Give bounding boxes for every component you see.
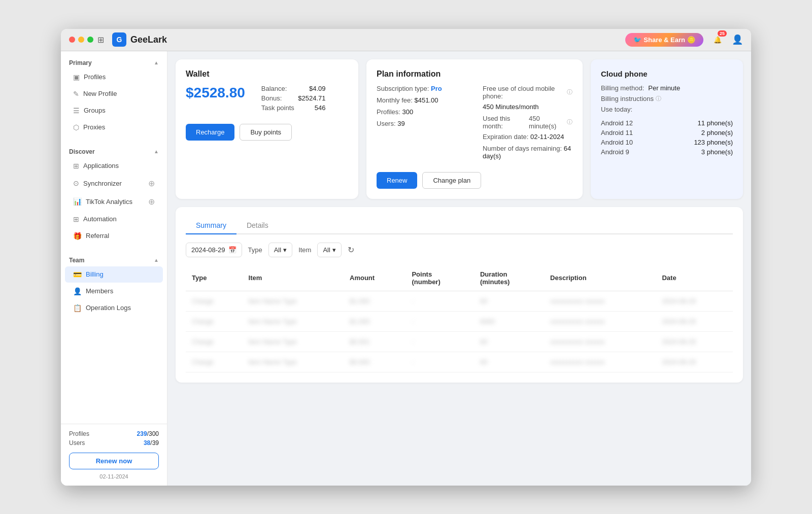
item-chevron-icon: ▾ (332, 246, 336, 254)
tiktok-analytics-icon: 📊 (73, 197, 82, 205)
close-button[interactable] (69, 37, 75, 43)
free-cloud-row: Free use of cloud mobile phone: ⓘ (483, 85, 572, 100)
user-avatar-icon[interactable]: 👤 (732, 34, 743, 45)
billing-section: Summary Details 2024-08-29 📅 Type All ▾ … (176, 207, 743, 383)
wallet-actions: Recharge Buy points (186, 124, 348, 141)
main-window: ⊞ G GeeLark 🐦 Share & Earn 🪙 🔔 25 👤 Prim… (61, 29, 751, 486)
sidebar-team-header[interactable]: Team ▲ (61, 253, 167, 266)
notification-button[interactable]: 🔔 25 (709, 31, 726, 48)
sidebar-discover-header[interactable]: Discover ▲ (61, 144, 167, 157)
plan-body: Subscription type: Pro Monthly fee: $451… (377, 85, 572, 164)
monthly-fee-row: Monthly fee: $451.00 (377, 96, 466, 104)
new-profile-icon: ✎ (73, 90, 79, 98)
sidebar-item-tiktok-analytics[interactable]: 📊 TikTok Analytics ⊕ (65, 193, 163, 211)
sidebar-item-synchronizer[interactable]: ⊙ Synchronizer ⊕ (65, 175, 163, 192)
sidebar: Primary ▲ ▣ Profiles ✎ New Profile ☰ Gro… (61, 51, 167, 486)
tab-details[interactable]: Details (236, 217, 279, 234)
table-row: Charge Item Name Type $1.000 - 6000 xxxx… (186, 311, 733, 331)
sync-status-icon: ⊕ (148, 179, 155, 188)
sub-type-row: Subscription type: Pro (377, 85, 466, 92)
sidebar-item-operation-logs[interactable]: 📋 Operation Logs (65, 300, 163, 316)
col-points: Points(number) (405, 265, 474, 291)
operation-logs-icon: 📋 (73, 304, 82, 312)
billing-table: Type Item Amount Points(number) Duration… (186, 265, 733, 372)
referral-icon: 🎁 (73, 232, 82, 240)
plan-actions: Renew Change plan (377, 172, 572, 189)
titlebar: ⊞ G GeeLark 🐦 Share & Earn 🪙 🔔 25 👤 (61, 29, 751, 51)
change-plan-button[interactable]: Change plan (422, 172, 481, 189)
sidebar-item-profiles[interactable]: ▣ Profiles (65, 69, 163, 85)
applications-icon: ⊞ (73, 162, 79, 170)
renew-now-button[interactable]: Renew now (69, 453, 159, 469)
sidebar-item-groups[interactable]: ☰ Groups (65, 102, 163, 119)
renew-plan-button[interactable]: Renew (377, 172, 417, 189)
minimize-button[interactable] (78, 37, 84, 43)
recharge-button[interactable]: Recharge (186, 124, 234, 141)
main-layout: Primary ▲ ▣ Profiles ✎ New Profile ☰ Gro… (61, 51, 751, 486)
cloud-phone-title: Cloud phone (601, 70, 733, 78)
wallet-stats: Balance: $4.09 Bonus: $2524.71 Task poin… (261, 85, 326, 114)
sidebar-item-billing[interactable]: 💳 Billing (65, 266, 163, 283)
android9-row: Android 9 3 phone(s) (601, 148, 733, 156)
share-earn-button[interactable]: 🐦 Share & Earn 🪙 (625, 33, 703, 47)
sidebar-primary-header[interactable]: Primary ▲ (61, 55, 167, 68)
used-info-icon[interactable]: ⓘ (567, 118, 572, 126)
col-duration: Duration(minutes) (474, 265, 544, 291)
billing-instructions-row: Billing instructions ⓘ (601, 95, 733, 102)
calendar-icon: 📅 (228, 246, 236, 254)
buy-points-button[interactable]: Buy points (240, 124, 292, 141)
billing-instructions-info-icon[interactable]: ⓘ (656, 95, 661, 102)
plan-col-left: Subscription type: Pro Monthly fee: $451… (377, 85, 466, 164)
filters-bar: 2024-08-29 📅 Type All ▾ Item All ▾ ↻ (186, 243, 733, 257)
billing-method-row: Billing method: Per minute (601, 84, 733, 92)
sidebar-primary-section: Primary ▲ ▣ Profiles ✎ New Profile ☰ Gro… (61, 51, 167, 140)
billing-icon: 💳 (73, 270, 82, 279)
synchronizer-icon: ⊙ (73, 179, 79, 187)
sidebar-team-section: Team ▲ 💳 Billing 👤 Members 📋 Operation L… (61, 249, 167, 321)
sidebar-footer: Profiles 239/300 Users 38/39 Renew now 0… (61, 424, 167, 486)
table-row: Charge Item Name Type $0.001 - 60 xxxxxx… (186, 331, 733, 352)
sidebar-item-applications[interactable]: ⊞ Applications (65, 158, 163, 174)
sidebar-item-automation[interactable]: ⊞ Automation (65, 211, 163, 227)
balance-row: Balance: $4.09 (261, 85, 326, 92)
wallet-amount: $2528.80 (186, 85, 245, 101)
traffic-lights (69, 37, 93, 43)
cloud-phone-card: Cloud phone Billing method: Per minute B… (591, 59, 743, 199)
profiles-row: Profiles: 300 (377, 108, 466, 116)
notification-badge: 25 (718, 30, 727, 37)
sidebar-item-proxies[interactable]: ⬡ Proxies (65, 119, 163, 135)
sidebar-item-members[interactable]: 👤 Members (65, 283, 163, 299)
tiktok-status-icon: ⊕ (148, 197, 155, 207)
use-today-row: Use today: (601, 106, 733, 113)
sidebar-item-new-profile[interactable]: ✎ New Profile (65, 86, 163, 102)
col-date: Date (656, 265, 733, 291)
maximize-button[interactable] (87, 37, 93, 43)
android12-row: Android 12 11 phone(s) (601, 119, 733, 127)
col-description: Description (544, 265, 656, 291)
free-cloud-info-icon[interactable]: ⓘ (567, 88, 572, 96)
titlebar-right: 🐦 Share & Earn 🪙 🔔 25 👤 (625, 31, 743, 48)
profiles-icon: ▣ (73, 73, 80, 81)
app-title: GeeLark (130, 35, 167, 45)
date-filter[interactable]: 2024-08-29 📅 (186, 243, 242, 257)
used-this-month-row: Used this month: 450 minute(s) ⓘ (483, 115, 572, 130)
wallet-card: Wallet $2528.80 Balance: $4.09 Bonus: $2… (176, 59, 358, 199)
plan-card: Plan information Subscription type: Pro … (366, 59, 583, 199)
sidebar-item-referral[interactable]: 🎁 Referral (65, 228, 163, 244)
type-filter-select[interactable]: All ▾ (268, 243, 292, 257)
table-row: Charge Item Name Type $0.000 - 60 xxxxxx… (186, 352, 733, 372)
groups-icon: ☰ (73, 107, 80, 115)
type-chevron-icon: ▾ (283, 246, 287, 254)
sidebar-toggle-icon[interactable]: ⊞ (97, 35, 104, 45)
item-filter-select[interactable]: All ▾ (317, 243, 341, 257)
sidebar-discover-section: Discover ▲ ⊞ Applications ⊙ Synchronizer… (61, 140, 167, 249)
col-type: Type (186, 265, 243, 291)
col-item: Item (243, 265, 344, 291)
automation-icon: ⊞ (73, 215, 79, 223)
profiles-stat: Profiles 239/300 (69, 430, 159, 437)
refresh-button[interactable]: ↻ (348, 245, 354, 255)
users-stat: Users 38/39 (69, 439, 159, 447)
tab-summary[interactable]: Summary (186, 217, 236, 234)
plan-col-right: Free use of cloud mobile phone: ⓘ 450 Mi… (483, 85, 572, 164)
col-amount: Amount (344, 265, 405, 291)
